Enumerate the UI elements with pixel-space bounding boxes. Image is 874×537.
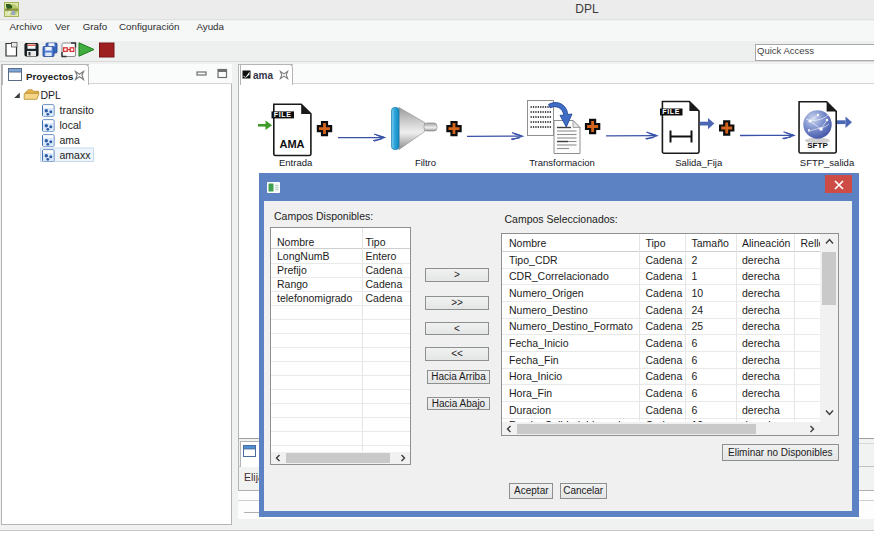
svg-text:FILE: FILE <box>662 108 680 115</box>
svg-text:Salida_Fija: Salida_Fija <box>675 157 723 168</box>
svg-text:Entrada: Entrada <box>279 157 313 168</box>
svg-text:SFTP_salida: SFTP_salida <box>800 157 855 168</box>
svg-text:AMA: AMA <box>279 138 304 150</box>
svg-text:FILE: FILE <box>274 111 292 118</box>
svg-text:Filtro: Filtro <box>415 157 436 168</box>
svg-text:Transformacion: Transformacion <box>529 157 595 168</box>
svg-text:SFTP: SFTP <box>807 141 828 150</box>
